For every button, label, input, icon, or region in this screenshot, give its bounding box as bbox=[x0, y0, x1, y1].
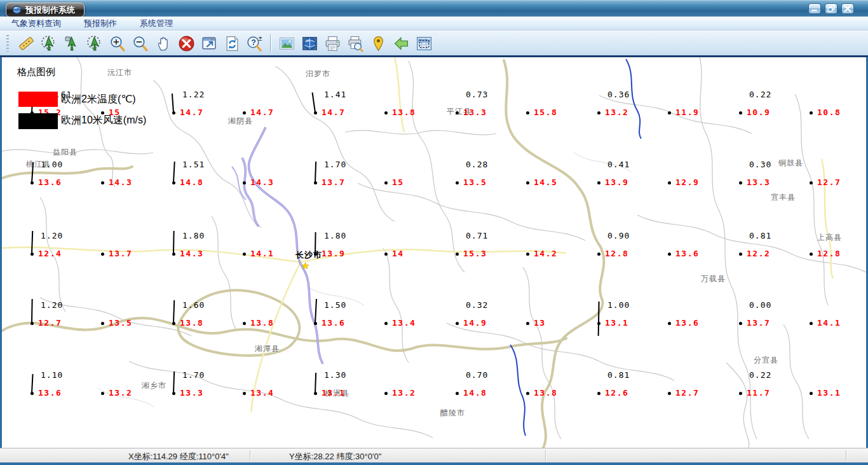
wind-speed-value: 0.36 bbox=[607, 90, 630, 99]
wind-speed-value: 1.00 bbox=[607, 300, 630, 310]
wind-speed-value: 0.28 bbox=[466, 160, 488, 169]
temperature-value: 13.9 bbox=[605, 177, 628, 187]
temperature-value: 14.1 bbox=[817, 318, 841, 328]
wind-speed-value: 1.70 bbox=[182, 370, 205, 380]
temperature-value: 12.9 bbox=[675, 177, 699, 187]
globe-view-icon bbox=[301, 35, 318, 52]
toolbar-identify-button[interactable]: ±? bbox=[243, 32, 266, 54]
toolbar-grip[interactable] bbox=[6, 35, 9, 52]
toolbar-print-preview-button[interactable] bbox=[344, 32, 367, 54]
toolbar-full-extent-button[interactable] bbox=[198, 32, 220, 54]
temperature-value: 13.6 bbox=[675, 318, 699, 328]
grid-dot bbox=[526, 322, 529, 325]
wind-speed-value: 0.30 bbox=[749, 160, 771, 169]
grid-dot bbox=[739, 181, 742, 184]
wind-speed-value: 1.50 bbox=[324, 300, 346, 310]
toolbar-refresh-button[interactable] bbox=[220, 32, 243, 54]
grid-dot bbox=[739, 322, 742, 325]
toolbar-zoom-in-button[interactable] bbox=[106, 32, 129, 54]
grid-dot bbox=[384, 322, 388, 325]
back-arrow-icon bbox=[393, 35, 410, 52]
grid-dot bbox=[101, 181, 104, 184]
zoom-out-icon bbox=[132, 35, 149, 52]
toolbar-print-button[interactable] bbox=[321, 32, 344, 54]
identify-icon: ±? bbox=[247, 35, 264, 52]
toolbar-map-grid-button[interactable] bbox=[412, 32, 435, 54]
wind-speed-value: 0.90 bbox=[607, 231, 630, 240]
print-icon bbox=[324, 35, 341, 52]
status-divider bbox=[545, 450, 546, 461]
select-circle-icon bbox=[86, 35, 104, 52]
temperature-value: 13.7 bbox=[109, 249, 132, 258]
temperature-value: 13.5 bbox=[109, 318, 132, 328]
temperature-value: 13.5 bbox=[463, 177, 487, 187]
print-preview-icon bbox=[347, 35, 364, 52]
window-controls bbox=[808, 3, 854, 14]
image-export-icon bbox=[278, 35, 295, 52]
menu-item-2[interactable]: 系统管理 bbox=[136, 17, 177, 31]
legend-windspeed-swatch bbox=[18, 113, 58, 129]
place-label: 汨罗市 bbox=[306, 69, 330, 80]
temperature-value: 15 bbox=[392, 177, 404, 187]
wind-speed-value: 1.41 bbox=[324, 90, 346, 99]
grid-legend: 格点图例 欧洲2米温度(℃) 欧洲10米风速(m/s) bbox=[2, 57, 186, 137]
minimize-button[interactable] bbox=[808, 3, 821, 14]
wind-speed-value: 1.51 bbox=[182, 160, 205, 169]
legend-title: 格点图例 bbox=[17, 66, 55, 78]
toolbar-back-arrow-button[interactable] bbox=[390, 32, 412, 54]
close-button[interactable] bbox=[841, 3, 854, 14]
toolbar-zoom-out-button[interactable] bbox=[129, 32, 152, 54]
window-title: 预报制作系统 bbox=[25, 4, 75, 16]
select-feature-icon bbox=[41, 35, 58, 52]
wind-speed-value: 0.73 bbox=[466, 90, 488, 99]
grid-dot bbox=[456, 253, 459, 256]
toolbar-select-arrow-button[interactable] bbox=[60, 32, 83, 54]
map-viewport[interactable]: 格点图例 欧洲2米温度(℃) 欧洲10米风速(m/s) 15.20.611514… bbox=[2, 57, 866, 448]
wind-speed-value: 0.00 bbox=[749, 300, 771, 310]
title-bar: 预报制作系统 bbox=[0, 0, 868, 17]
close-icon bbox=[844, 3, 851, 15]
temperature-value: 13.3 bbox=[180, 388, 203, 398]
restore-button[interactable] bbox=[825, 3, 837, 14]
temperature-value: 13.8 bbox=[392, 108, 416, 117]
place-label: 湘乡市 bbox=[142, 380, 166, 391]
menu-item-0[interactable]: 气象资料查询 bbox=[8, 17, 65, 31]
grid-dot bbox=[739, 392, 742, 395]
toolbar-image-export-button[interactable] bbox=[275, 32, 298, 54]
temperature-value: 12.7 bbox=[38, 318, 62, 328]
wind-speed-value: 1.70 bbox=[324, 160, 346, 169]
toolbar-stop-button[interactable] bbox=[175, 32, 198, 54]
temperature-value: 13.7 bbox=[322, 177, 345, 187]
grid-dot bbox=[810, 181, 813, 184]
map-pin-icon bbox=[370, 35, 387, 52]
toolbar-map-pin-button[interactable] bbox=[367, 32, 390, 54]
temperature-value: 14.3 bbox=[109, 177, 132, 187]
grid-dot bbox=[597, 392, 600, 395]
toolbar-pan-hand-button[interactable] bbox=[152, 32, 175, 54]
temperature-value: 14.3 bbox=[180, 249, 203, 258]
zoom-in-icon bbox=[109, 35, 126, 52]
temperature-value: 13.6 bbox=[38, 177, 62, 187]
title-tab: 预报制作系统 bbox=[6, 3, 85, 17]
toolbar-ruler-button[interactable] bbox=[15, 32, 37, 54]
grid-dot bbox=[739, 111, 742, 115]
grid-dot bbox=[526, 392, 529, 395]
grid-dot bbox=[668, 253, 671, 256]
temperature-value: 13.6 bbox=[322, 318, 345, 328]
temperature-value: 13.8 bbox=[250, 318, 274, 328]
wind-speed-value: 1.80 bbox=[324, 231, 346, 240]
menu-item-1[interactable]: 预报制作 bbox=[80, 17, 121, 31]
temperature-value: 13.1 bbox=[322, 388, 345, 398]
toolbar-select-circle-button[interactable] bbox=[83, 32, 106, 54]
menu-bar: 气象资料查询预报制作系统管理 bbox=[0, 17, 868, 31]
legend-temperature-label: 欧洲2米温度(℃) bbox=[61, 93, 136, 106]
wind-speed-value: 0.41 bbox=[607, 160, 630, 169]
grid-dot bbox=[739, 253, 742, 256]
temperature-value: 12.7 bbox=[675, 388, 699, 398]
temperature-value: 12.6 bbox=[605, 388, 628, 398]
toolbar-select-feature-button[interactable] bbox=[37, 32, 60, 54]
toolbar-globe-view-button[interactable] bbox=[298, 32, 321, 54]
grid-dot bbox=[597, 111, 600, 115]
temperature-value: 14.5 bbox=[534, 177, 557, 187]
wind-speed-value: 0.22 bbox=[749, 90, 771, 99]
